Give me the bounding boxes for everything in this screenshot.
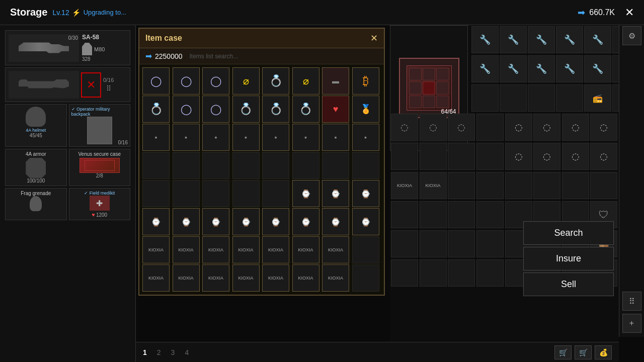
pliers-cell[interactable]: 🔧 (500, 26, 527, 53)
empty-cell[interactable] (391, 201, 418, 228)
modal-cell[interactable]: ₿ (352, 67, 379, 95)
pliers-cell[interactable]: 🔧 (556, 26, 583, 53)
modal-cell[interactable] (352, 236, 379, 263)
modal-cell[interactable]: KIOXIA (173, 264, 200, 292)
empty-cell[interactable] (476, 172, 504, 199)
page-4[interactable]: 4 (185, 348, 189, 356)
modal-cell[interactable] (292, 152, 319, 179)
empty-cell[interactable] (420, 230, 447, 257)
empty-cell[interactable] (391, 143, 418, 170)
modal-cell[interactable] (173, 180, 200, 207)
empty-cell[interactable] (476, 143, 504, 170)
empty-cell[interactable] (476, 230, 504, 257)
modal-cell[interactable] (202, 152, 229, 179)
modal-cell[interactable] (262, 180, 289, 207)
ring-cell[interactable]: ◌ (562, 143, 589, 170)
modal-cell[interactable]: 💍 (262, 96, 289, 123)
ring-cell[interactable]: ◌ (391, 114, 418, 141)
pliers-cell[interactable]: 🔧 (584, 55, 611, 82)
empty-cell[interactable] (505, 172, 532, 199)
modal-cell[interactable] (202, 180, 229, 207)
modal-cell[interactable]: ⌚ (292, 180, 319, 207)
pliers-cell[interactable]: 🔧 (584, 26, 611, 53)
modal-cell[interactable] (232, 152, 260, 179)
modal-cell[interactable]: KIOXIA (202, 236, 229, 263)
empty-cell[interactable] (448, 143, 475, 170)
ring-cell[interactable]: ◌ (590, 114, 617, 141)
ring-cell[interactable]: ◌ (448, 114, 475, 141)
modal-cell[interactable]: KIOXIA (142, 264, 170, 292)
modal-cell[interactable]: 💍 (262, 67, 289, 95)
page-2[interactable]: 2 (157, 348, 161, 356)
modal-cell[interactable]: ⌚ (232, 208, 260, 235)
empty-cell[interactable] (420, 259, 447, 287)
modal-cell[interactable]: ⌀ (232, 67, 260, 95)
page-3[interactable]: 3 (171, 348, 175, 356)
ring-cell[interactable]: ◌ (533, 114, 560, 141)
empty-cell[interactable] (590, 172, 617, 199)
modal-cell[interactable]: ◯ (142, 67, 170, 95)
modal-cell[interactable]: ▪ (352, 124, 379, 151)
modal-cell[interactable] (142, 152, 170, 179)
empty-cell[interactable] (391, 230, 418, 257)
modal-cell[interactable] (352, 264, 379, 292)
modal-cell[interactable]: 💍 (292, 96, 319, 123)
search-button[interactable]: Search (523, 221, 614, 245)
empty-cell[interactable] (420, 143, 447, 170)
modal-cell[interactable]: ⌚ (202, 208, 229, 235)
empty-cell[interactable] (476, 259, 504, 287)
case-slot[interactable]: Venus secure case 2/8 (69, 149, 131, 186)
modal-cell[interactable]: 💍 (142, 96, 170, 123)
modal-cell[interactable]: ▪ (202, 124, 229, 151)
modal-cell[interactable]: KIOXIA (262, 236, 289, 263)
empty-cell[interactable] (448, 172, 475, 199)
empty-cell[interactable] (500, 84, 527, 112)
modal-cell[interactable]: KIOXIA (262, 264, 289, 292)
pliers-cell[interactable]: 🔧 (471, 26, 499, 53)
modal-cell[interactable]: ◯ (202, 96, 229, 123)
empty-cell[interactable] (556, 84, 583, 112)
ring-cell[interactable]: ◌ (505, 143, 532, 170)
modal-cell[interactable]: ⌚ (322, 180, 349, 207)
insure-button[interactable]: Insure (523, 247, 614, 270)
empty-cell[interactable] (448, 201, 475, 228)
page-1[interactable]: 1 (143, 348, 147, 356)
modal-cell[interactable]: ⌀ (292, 67, 319, 95)
modal-cell[interactable]: ⌚ (173, 208, 200, 235)
modal-cell[interactable]: KIOXIA (292, 264, 319, 292)
empty-cell[interactable] (528, 84, 555, 112)
modal-cell[interactable] (262, 152, 289, 179)
modal-cell[interactable] (322, 152, 349, 179)
modal-cell[interactable] (173, 152, 200, 179)
modal-close-button[interactable]: ✕ (370, 33, 378, 44)
modal-cell[interactable]: ♥ (322, 96, 349, 123)
modal-cell[interactable]: ⌚ (352, 208, 379, 235)
pliers-cell[interactable]: 🔧 (556, 55, 583, 82)
empty-cell[interactable] (448, 259, 475, 287)
kioxia-cell[interactable]: KIOXIA (420, 172, 447, 199)
modal-cell[interactable]: ▪ (262, 124, 289, 151)
modal-cell[interactable]: ▬ (322, 67, 349, 95)
modal-cell[interactable]: ⌚ (262, 208, 289, 235)
empty-cell[interactable] (471, 84, 499, 112)
kioxia-cell[interactable]: KIOXIA (391, 172, 418, 199)
helmet-slot[interactable]: 4A helmet 45/45 (5, 104, 67, 147)
ring-cell[interactable]: ◌ (505, 114, 532, 141)
modal-cell[interactable]: KIOXIA (292, 236, 319, 263)
cart-out-button[interactable]: 🛒 (575, 345, 592, 359)
empty-cell[interactable] (476, 114, 504, 141)
modal-cell[interactable]: KIOXIA (322, 264, 349, 292)
ring-cell[interactable]: ◌ (562, 114, 589, 141)
close-storage-button[interactable]: ✕ (625, 6, 634, 19)
modal-cell[interactable]: ▪ (292, 124, 319, 151)
modal-cell[interactable] (352, 152, 379, 179)
empty-cell[interactable] (476, 201, 504, 228)
gear-button[interactable]: ⚙ (622, 26, 641, 45)
modal-cell[interactable]: ◯ (173, 96, 200, 123)
grenade-slot[interactable]: Frag grenade (5, 188, 67, 220)
backpack-slot[interactable]: ✓ Operator military backpack 0/16 (69, 104, 131, 147)
ring-cell[interactable]: ◌ (420, 114, 447, 141)
modal-cell[interactable]: KIOXIA (322, 236, 349, 263)
weapon-slot-ak[interactable]: ✕ 0/16 ⠿ (5, 67, 130, 102)
gold-coins-button[interactable]: 💰 (595, 345, 612, 359)
